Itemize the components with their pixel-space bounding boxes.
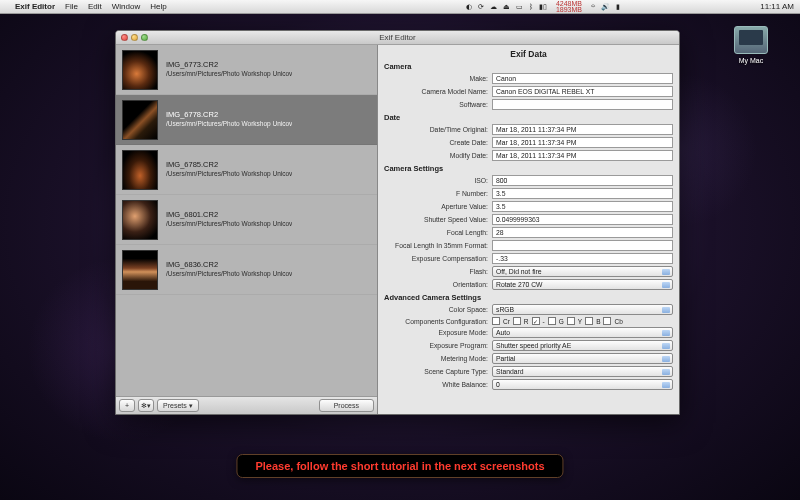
- label-model: Camera Model Name:: [384, 88, 492, 95]
- file-row[interactable]: IMG_6773.CR2/Users/mn/Pictures/Photo Wor…: [116, 45, 377, 95]
- checkbox-cr[interactable]: [492, 317, 500, 325]
- input-mdate[interactable]: Mar 18, 2011 11:37:34 PM: [492, 150, 673, 161]
- menubar-extras: ◐ ⟳ ☁ ⏏ ▭ ᛒ ▮▯ 4248MB1893MB ⌔ 🔊 ▮: [463, 1, 754, 13]
- exif-panel: Exif Data Camera Make:Canon Camera Model…: [378, 45, 679, 414]
- file-row[interactable]: IMG_6785.CR2/Users/mn/Pictures/Photo Wor…: [116, 145, 377, 195]
- add-button[interactable]: +: [119, 399, 135, 412]
- file-name: IMG_6785.CR2: [166, 160, 292, 170]
- select-scap[interactable]: Standard: [492, 366, 673, 377]
- menubar: Exif Editor File Edit Window Help ◐ ⟳ ☁ …: [0, 0, 800, 14]
- window-title: Exif Editor: [116, 33, 679, 42]
- sync-icon[interactable]: ⟳: [475, 3, 487, 11]
- label-wb: White Balance:: [384, 381, 492, 388]
- bluetooth-icon[interactable]: ᛒ: [526, 3, 536, 10]
- file-path: /Users/mn/Pictures/Photo Workshop Unicov: [166, 170, 292, 179]
- file-name: IMG_6836.CR2: [166, 260, 292, 270]
- file-path: /Users/mn/Pictures/Photo Workshop Unicov: [166, 120, 292, 129]
- process-button[interactable]: Process: [319, 399, 374, 412]
- label-software: Software:: [384, 101, 492, 108]
- checkbox-g[interactable]: [548, 317, 556, 325]
- thumbnail: [122, 100, 158, 140]
- zoom-button[interactable]: [141, 34, 148, 41]
- components-config: Cr R ✓- G Y B Cb: [492, 317, 673, 325]
- sidebar-toolbar: + ✻▾ Presets ▾ Process: [116, 396, 377, 414]
- label-expcomp: Exposure Compensation:: [384, 255, 492, 262]
- section-camera: Camera: [384, 62, 673, 71]
- select-wb[interactable]: 0: [492, 379, 673, 390]
- label-flash: Flash:: [384, 268, 492, 275]
- input-iso[interactable]: 800: [492, 175, 673, 186]
- minimize-button[interactable]: [131, 34, 138, 41]
- select-expmode[interactable]: Auto: [492, 327, 673, 338]
- input-focal[interactable]: 28: [492, 227, 673, 238]
- tutorial-banner: Please, follow the short tutorial in the…: [236, 454, 563, 478]
- label-cspace: Color Space:: [384, 306, 492, 313]
- input-focal35[interactable]: [492, 240, 673, 251]
- select-meter[interactable]: Partial: [492, 353, 673, 364]
- eject-icon[interactable]: ⏏: [500, 3, 513, 11]
- select-orient[interactable]: Rotate 270 CW: [492, 279, 673, 290]
- input-software[interactable]: [492, 99, 673, 110]
- app-window: Exif Editor IMG_6773.CR2/Users/mn/Pictur…: [115, 30, 680, 415]
- file-row[interactable]: IMG_6836.CR2/Users/mn/Pictures/Photo Wor…: [116, 245, 377, 295]
- checkbox-cb[interactable]: [603, 317, 611, 325]
- select-cspace[interactable]: sRGB: [492, 304, 673, 315]
- flag-icon[interactable]: ▮: [613, 3, 623, 11]
- wifi-icon[interactable]: ⌔: [588, 3, 598, 10]
- file-row[interactable]: IMG_6778.CR2/Users/mn/Pictures/Photo Wor…: [116, 95, 377, 145]
- label-meter: Metering Mode:: [384, 355, 492, 362]
- checkbox-dash[interactable]: ✓: [532, 317, 540, 325]
- titlebar[interactable]: Exif Editor: [116, 31, 679, 45]
- label-ssval: Shutter Speed Value:: [384, 216, 492, 223]
- menu-edit[interactable]: Edit: [83, 2, 107, 11]
- volume-icon[interactable]: 🔊: [598, 3, 613, 11]
- status-icon[interactable]: ◐: [463, 3, 475, 11]
- menubar-clock[interactable]: 11:11 AM: [754, 2, 800, 11]
- input-expcomp[interactable]: -.33: [492, 253, 673, 264]
- input-fnum[interactable]: 3.5: [492, 188, 673, 199]
- cloud-icon[interactable]: ☁: [487, 3, 500, 11]
- file-name: IMG_6778.CR2: [166, 110, 292, 120]
- input-cdate[interactable]: Mar 18, 2011 11:37:34 PM: [492, 137, 673, 148]
- menu-help[interactable]: Help: [145, 2, 171, 11]
- battery-icon[interactable]: ▮▯: [536, 3, 550, 11]
- label-cdate: Create Date:: [384, 139, 492, 146]
- file-path: /Users/mn/Pictures/Photo Workshop Unicov: [166, 70, 292, 79]
- select-expprog[interactable]: Shutter speed priority AE: [492, 340, 673, 351]
- gear-menu-button[interactable]: ✻▾: [138, 399, 154, 412]
- file-path: /Users/mn/Pictures/Photo Workshop Unicov: [166, 270, 292, 279]
- file-sidebar: IMG_6773.CR2/Users/mn/Pictures/Photo Wor…: [116, 45, 378, 414]
- select-flash[interactable]: Off, Did not fire: [492, 266, 673, 277]
- display-icon[interactable]: ▭: [513, 3, 526, 11]
- presets-button[interactable]: Presets ▾: [157, 399, 199, 412]
- section-camset: Camera Settings: [384, 164, 673, 173]
- menu-app[interactable]: Exif Editor: [10, 2, 60, 11]
- label-apval: Aperture Value:: [384, 203, 492, 210]
- thumbnail: [122, 250, 158, 290]
- label-focal: Focal Length:: [384, 229, 492, 236]
- input-apval[interactable]: 3.5: [492, 201, 673, 212]
- hard-drive-icon: [734, 26, 768, 54]
- file-path: /Users/mn/Pictures/Photo Workshop Unicov: [166, 220, 292, 229]
- desktop-icon-mymac[interactable]: My Mac: [730, 26, 772, 64]
- section-date: Date: [384, 113, 673, 122]
- menu-window[interactable]: Window: [107, 2, 145, 11]
- exif-header: Exif Data: [384, 49, 673, 59]
- label-orient: Orientation:: [384, 281, 492, 288]
- input-make[interactable]: Canon: [492, 73, 673, 84]
- file-name: IMG_6801.CR2: [166, 210, 292, 220]
- input-model[interactable]: Canon EOS DIGITAL REBEL XT: [492, 86, 673, 97]
- file-list[interactable]: IMG_6773.CR2/Users/mn/Pictures/Photo Wor…: [116, 45, 377, 396]
- input-ssval[interactable]: 0.0499999363: [492, 214, 673, 225]
- checkbox-r[interactable]: [513, 317, 521, 325]
- thumbnail: [122, 50, 158, 90]
- label-scap: Scene Capture Type:: [384, 368, 492, 375]
- input-dtorig[interactable]: Mar 18, 2011 11:37:34 PM: [492, 124, 673, 135]
- menu-file[interactable]: File: [60, 2, 83, 11]
- file-row[interactable]: IMG_6801.CR2/Users/mn/Pictures/Photo Wor…: [116, 195, 377, 245]
- thumbnail: [122, 150, 158, 190]
- thumbnail: [122, 200, 158, 240]
- close-button[interactable]: [121, 34, 128, 41]
- checkbox-y[interactable]: [567, 317, 575, 325]
- checkbox-b[interactable]: [585, 317, 593, 325]
